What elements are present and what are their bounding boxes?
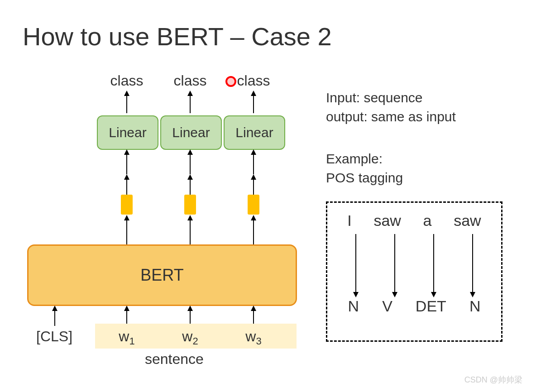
arrow-emb2-top — [190, 179, 191, 195]
arrow-tok3-lin3 — [253, 154, 254, 174]
class-label-2: class — [163, 72, 217, 89]
arrow-tok2-lin2 — [190, 154, 191, 174]
arrow-lin2-class2 — [190, 95, 191, 113]
laser-pointer-dot — [225, 76, 236, 87]
linear-box-1: Linear — [97, 115, 158, 150]
token-emb-2 — [184, 195, 196, 215]
w1-token: w1 — [100, 328, 154, 347]
bert-box: BERT — [27, 244, 297, 306]
ex-arrow-4 — [472, 234, 473, 293]
arrow-lin1-class1 — [126, 95, 127, 113]
desc-block: Input: sequence output: same as input — [326, 88, 456, 126]
ex-arrow-3 — [433, 234, 434, 293]
linear-box-3: Linear — [224, 115, 285, 150]
ex-w3: a — [423, 212, 432, 229]
arrow-emb1-top — [126, 179, 127, 195]
ex-arrow-1 — [355, 234, 356, 293]
example-tags: N V DET N — [336, 297, 492, 315]
ex-t1: N — [348, 297, 359, 315]
example-heading: Example: — [326, 149, 403, 168]
desc-input: Input: sequence — [326, 88, 456, 107]
token-emb-1 — [121, 195, 133, 215]
ex-t3: DET — [416, 297, 446, 315]
example-heading-block: Example: POS tagging — [326, 149, 403, 187]
example-task: POS tagging — [326, 168, 403, 187]
cls-token: [CLS] — [27, 328, 81, 345]
arrow-lin3-class3 — [253, 95, 254, 113]
w3-token: w3 — [226, 328, 281, 347]
class-label-1: class — [100, 72, 154, 89]
arrow-tok1-lin1 — [126, 154, 127, 174]
bert-label: BERT — [140, 266, 183, 285]
ex-w2: saw — [373, 212, 401, 229]
slide-title: How to use BERT – Case 2 — [23, 22, 332, 51]
ex-t4: N — [469, 297, 481, 315]
sentence-label: sentence — [145, 351, 204, 368]
desc-output: output: same as input — [326, 107, 456, 126]
arrow-bert-emb2 — [190, 220, 191, 244]
watermark: CSDN @帅帅梁 — [464, 374, 522, 385]
pos-tagging-example: I saw a saw N V DET N — [326, 201, 502, 342]
arrow-bert-emb1 — [126, 220, 127, 244]
arrow-emb3-top — [253, 179, 254, 195]
arrow-bert-emb3 — [253, 220, 254, 244]
example-words: I saw a saw — [336, 212, 492, 229]
ex-arrow-2 — [394, 234, 395, 293]
arrow-cls-bert — [54, 310, 55, 326]
bert-diagram: class class class Linear Linear Linear B… — [23, 72, 303, 371]
token-emb-3 — [248, 195, 259, 215]
ex-w1: I — [347, 212, 351, 229]
linear-box-2: Linear — [160, 115, 222, 150]
example-arrows — [336, 234, 492, 293]
w2-token: w2 — [163, 328, 217, 347]
ex-w4: saw — [454, 212, 481, 229]
ex-t2: V — [382, 297, 392, 315]
